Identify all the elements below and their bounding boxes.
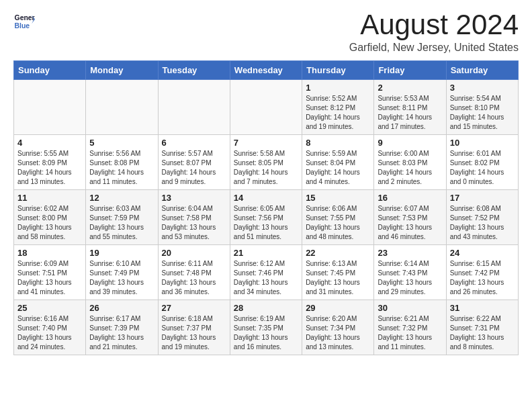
day-number: 9 [378,138,442,148]
calendar-cell: 18Sunrise: 6:09 AM Sunset: 7:51 PM Dayli… [14,245,86,300]
day-number: 28 [234,303,298,313]
calendar-cell: 27Sunrise: 6:18 AM Sunset: 7:37 PM Dayli… [158,300,230,355]
calendar-cell [14,80,86,135]
logo-icon: General Blue [13,11,35,32]
calendar-cell [158,80,230,135]
calendar-week-row: 11Sunrise: 6:02 AM Sunset: 8:00 PM Dayli… [14,190,519,245]
calendar-cell [86,80,158,135]
calendar-week-row: 4Sunrise: 5:55 AM Sunset: 8:09 PM Daylig… [14,135,519,190]
calendar-cell: 13Sunrise: 6:04 AM Sunset: 7:58 PM Dayli… [158,190,230,245]
calendar-cell: 23Sunrise: 6:14 AM Sunset: 7:43 PM Dayli… [374,245,446,300]
weekday-header-row: SundayMondayTuesdayWednesdayThursdayFrid… [14,61,519,80]
weekday-header-monday: Monday [86,61,158,80]
calendar-cell: 21Sunrise: 6:12 AM Sunset: 7:46 PM Dayli… [230,245,302,300]
day-info: Sunrise: 6:00 AM Sunset: 8:03 PM Dayligh… [378,149,442,187]
calendar-cell: 28Sunrise: 6:19 AM Sunset: 7:35 PM Dayli… [230,300,302,355]
calendar-week-row: 18Sunrise: 6:09 AM Sunset: 7:51 PM Dayli… [14,245,519,300]
calendar-cell: 22Sunrise: 6:13 AM Sunset: 7:45 PM Dayli… [302,245,374,300]
day-info: Sunrise: 5:57 AM Sunset: 8:07 PM Dayligh… [162,149,226,187]
day-info: Sunrise: 6:08 AM Sunset: 7:52 PM Dayligh… [450,204,515,242]
day-info: Sunrise: 6:07 AM Sunset: 7:53 PM Dayligh… [378,204,442,242]
day-info: Sunrise: 5:53 AM Sunset: 8:11 PM Dayligh… [378,94,442,132]
day-number: 19 [89,248,154,258]
calendar-cell: 8Sunrise: 5:59 AM Sunset: 8:04 PM Daylig… [302,135,374,190]
day-info: Sunrise: 6:01 AM Sunset: 8:02 PM Dayligh… [450,149,515,187]
day-number: 21 [234,248,298,258]
day-number: 12 [89,193,154,203]
calendar-cell: 30Sunrise: 6:21 AM Sunset: 7:32 PM Dayli… [374,300,446,355]
day-number: 13 [162,193,226,203]
calendar-cell: 31Sunrise: 6:22 AM Sunset: 7:31 PM Dayli… [446,300,518,355]
day-number: 8 [306,138,370,148]
weekday-header-wednesday: Wednesday [230,61,302,80]
day-number: 17 [450,193,515,203]
calendar-cell: 6Sunrise: 5:57 AM Sunset: 8:07 PM Daylig… [158,135,230,190]
day-number: 10 [450,138,515,148]
calendar-cell: 14Sunrise: 6:05 AM Sunset: 7:56 PM Dayli… [230,190,302,245]
weekday-header-sunday: Sunday [14,61,86,80]
day-number: 11 [17,193,82,203]
day-info: Sunrise: 6:06 AM Sunset: 7:55 PM Dayligh… [306,204,370,242]
calendar-cell: 17Sunrise: 6:08 AM Sunset: 7:52 PM Dayli… [446,190,518,245]
calendar-cell: 9Sunrise: 6:00 AM Sunset: 8:03 PM Daylig… [374,135,446,190]
title-section: August 2024 Garfield, New Jersey, United… [349,11,519,54]
day-info: Sunrise: 6:05 AM Sunset: 7:56 PM Dayligh… [234,204,298,242]
calendar-cell [230,80,302,135]
day-info: Sunrise: 6:22 AM Sunset: 7:31 PM Dayligh… [450,314,515,352]
day-number: 5 [89,138,154,148]
day-number: 22 [306,248,370,258]
calendar-header: SundayMondayTuesdayWednesdayThursdayFrid… [14,61,519,80]
day-info: Sunrise: 6:10 AM Sunset: 7:49 PM Dayligh… [89,259,154,297]
day-number: 2 [378,83,442,93]
day-number: 3 [450,83,515,93]
calendar-cell: 4Sunrise: 5:55 AM Sunset: 8:09 PM Daylig… [14,135,86,190]
day-info: Sunrise: 6:03 AM Sunset: 7:59 PM Dayligh… [89,204,154,242]
calendar-cell: 20Sunrise: 6:11 AM Sunset: 7:48 PM Dayli… [158,245,230,300]
weekday-header-tuesday: Tuesday [158,61,230,80]
day-info: Sunrise: 5:56 AM Sunset: 8:08 PM Dayligh… [89,149,154,187]
weekday-header-thursday: Thursday [302,61,374,80]
day-number: 27 [162,303,226,313]
calendar-cell: 15Sunrise: 6:06 AM Sunset: 7:55 PM Dayli… [302,190,374,245]
day-number: 30 [378,303,442,313]
day-number: 15 [306,193,370,203]
page-header: General Blue August 2024 Garfield, New J… [13,11,519,54]
day-info: Sunrise: 6:14 AM Sunset: 7:43 PM Dayligh… [378,259,442,297]
day-number: 24 [450,248,515,258]
calendar-week-row: 1Sunrise: 5:52 AM Sunset: 8:12 PM Daylig… [14,80,519,135]
weekday-header-saturday: Saturday [446,61,518,80]
month-title: August 2024 [349,11,519,39]
weekday-header-friday: Friday [374,61,446,80]
day-number: 29 [306,303,370,313]
day-number: 25 [17,303,82,313]
day-number: 7 [234,138,298,148]
calendar-cell: 26Sunrise: 6:17 AM Sunset: 7:39 PM Dayli… [86,300,158,355]
calendar-cell: 24Sunrise: 6:15 AM Sunset: 7:42 PM Dayli… [446,245,518,300]
day-info: Sunrise: 5:59 AM Sunset: 8:04 PM Dayligh… [306,149,370,187]
day-number: 26 [89,303,154,313]
day-info: Sunrise: 6:09 AM Sunset: 7:51 PM Dayligh… [17,259,82,297]
calendar-cell: 7Sunrise: 5:58 AM Sunset: 8:05 PM Daylig… [230,135,302,190]
calendar-cell: 12Sunrise: 6:03 AM Sunset: 7:59 PM Dayli… [86,190,158,245]
calendar-cell: 1Sunrise: 5:52 AM Sunset: 8:12 PM Daylig… [302,80,374,135]
calendar-cell: 3Sunrise: 5:54 AM Sunset: 8:10 PM Daylig… [446,80,518,135]
day-info: Sunrise: 6:20 AM Sunset: 7:34 PM Dayligh… [306,314,370,352]
calendar-cell: 29Sunrise: 6:20 AM Sunset: 7:34 PM Dayli… [302,300,374,355]
day-info: Sunrise: 6:04 AM Sunset: 7:58 PM Dayligh… [162,204,226,242]
calendar-cell: 25Sunrise: 6:16 AM Sunset: 7:40 PM Dayli… [14,300,86,355]
logo: General Blue [13,11,35,32]
calendar-body: 1Sunrise: 5:52 AM Sunset: 8:12 PM Daylig… [14,80,519,355]
calendar-cell: 11Sunrise: 6:02 AM Sunset: 8:00 PM Dayli… [14,190,86,245]
svg-text:General: General [15,14,35,21]
day-info: Sunrise: 6:17 AM Sunset: 7:39 PM Dayligh… [89,314,154,352]
calendar-cell: 5Sunrise: 5:56 AM Sunset: 8:08 PM Daylig… [86,135,158,190]
day-info: Sunrise: 6:13 AM Sunset: 7:45 PM Dayligh… [306,259,370,297]
day-info: Sunrise: 6:12 AM Sunset: 7:46 PM Dayligh… [234,259,298,297]
day-number: 14 [234,193,298,203]
calendar-cell: 10Sunrise: 6:01 AM Sunset: 8:02 PM Dayli… [446,135,518,190]
svg-text:Blue: Blue [15,22,30,30]
day-info: Sunrise: 5:52 AM Sunset: 8:12 PM Dayligh… [306,94,370,132]
day-info: Sunrise: 6:15 AM Sunset: 7:42 PM Dayligh… [450,259,515,297]
day-info: Sunrise: 6:18 AM Sunset: 7:37 PM Dayligh… [162,314,226,352]
calendar-cell: 19Sunrise: 6:10 AM Sunset: 7:49 PM Dayli… [86,245,158,300]
